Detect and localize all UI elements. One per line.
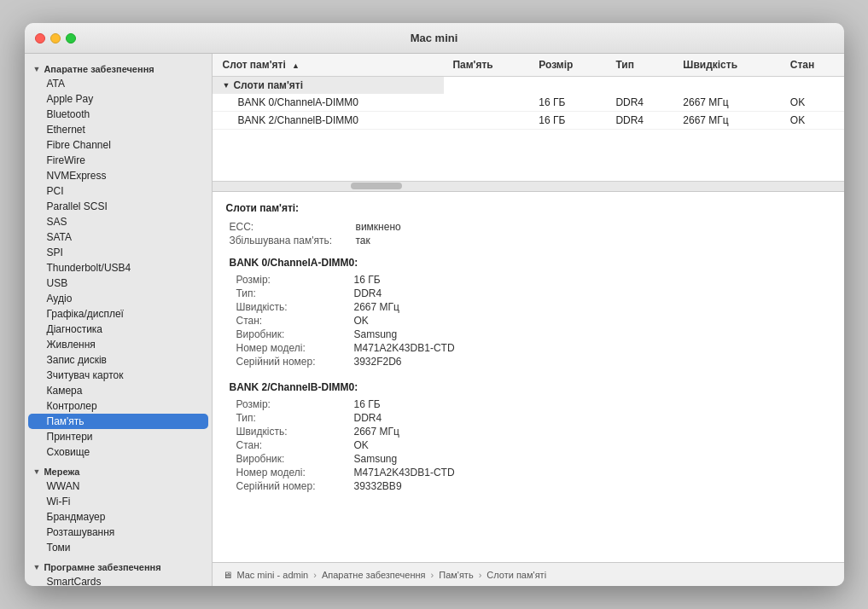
detail-meta: ECC: вимкнено Збільшувана пам'ять: так	[226, 221, 830, 246]
bank0-state-row: Стан: OK	[236, 315, 830, 327]
bank0-model-value: M471A2K43DB1-CTD	[354, 342, 455, 354]
sidebar-item-tomi[interactable]: Томи	[28, 540, 208, 555]
bank0-section: BANK 0/ChannelA-DIMM0: Розмір: 16 ГБ Тип…	[226, 257, 830, 368]
sidebar-item-bluetooth[interactable]: Bluetooth	[28, 107, 208, 122]
horizontal-thumb[interactable]	[351, 183, 402, 189]
sidebar-item-nvmexpress[interactable]: NVMExpress	[28, 168, 208, 183]
cell-memory-1	[444, 112, 530, 130]
status-bar: 🖥 Mac mini - admin › Апаратне забезпечен…	[213, 562, 844, 586]
bank0-type-label: Тип:	[236, 287, 347, 299]
bank2-size-label: Розмір:	[236, 398, 347, 410]
col-type: Тип	[607, 54, 674, 77]
col-slot: Слот пам'яті ▲	[213, 54, 445, 77]
sidebar-item-graphics[interactable]: Графіка/дисплеї	[28, 306, 208, 322]
sidebar-item-disk-write[interactable]: Запис дисків	[28, 352, 208, 368]
table-section-row: ▼ Слоти пам'яті	[213, 77, 844, 95]
bank0-type-value: DDR4	[354, 287, 382, 299]
cell-speed-0: 2667 МГц	[674, 94, 781, 112]
expandable-value: так	[356, 235, 370, 246]
breadcrumb-sep-1: ›	[313, 570, 317, 580]
minimize-button[interactable]	[50, 33, 61, 44]
expandable-row: Збільшувана пам'ять: так	[230, 235, 830, 246]
bank2-model-row: Номер моделі: M471A2K43DB1-CTD	[236, 467, 830, 478]
bank2-title: BANK 2/ChannelB-DIMM0:	[226, 381, 830, 393]
hardware-arrow-icon: ▼	[33, 65, 41, 73]
sidebar-item-wifi[interactable]: Wi-Fi	[28, 494, 208, 509]
sidebar-item-audio[interactable]: Аудіо	[28, 291, 208, 306]
bank0-model-row: Номер моделі: M471A2K43DB1-CTD	[236, 342, 830, 354]
ecc-value: вимкнено	[356, 221, 401, 233]
sidebar-item-parallel-scsi[interactable]: Parallel SCSI	[28, 199, 208, 214]
detail-title: Слоти пам'яті:	[226, 202, 830, 214]
bank2-state-row: Стан: OK	[236, 439, 830, 451]
sidebar-item-smartcards[interactable]: SmartCards	[28, 574, 208, 586]
status-icon: 🖥	[223, 570, 232, 580]
bank2-type-row: Тип: DDR4	[236, 412, 830, 424]
software-arrow-icon: ▼	[33, 563, 41, 571]
sidebar-item-camera[interactable]: Камера	[28, 383, 208, 398]
table-empty-row2	[213, 147, 844, 164]
bank0-speed-value: 2667 МГц	[354, 301, 399, 313]
sidebar-item-locations[interactable]: Розташування	[28, 525, 208, 540]
bank2-serial-label: Серійний номер:	[236, 480, 347, 492]
bank2-speed-row: Швидкість: 2667 МГц	[236, 426, 830, 438]
table-area: Слот пам'яті ▲ Пам'ять Розмір Тип Швидкі…	[213, 54, 844, 192]
bank2-model-value: M471A2K43DB1-CTD	[354, 467, 455, 478]
bank2-details: Розмір: 16 ГБ Тип: DDR4 Швидкість: 2667 …	[226, 398, 830, 492]
sidebar-item-fibre-channel[interactable]: Fibre Channel	[28, 137, 208, 153]
close-button[interactable]	[35, 33, 45, 44]
sidebar-item-ethernet[interactable]: Ethernet	[28, 122, 208, 137]
table-row-bank2[interactable]: BANK 2/ChannelB-DIMM0 16 ГБ DDR4 2667 МГ…	[213, 112, 844, 130]
bank2-size-row: Розмір: 16 ГБ	[236, 398, 830, 410]
sidebar-item-memory[interactable]: Пам'ять	[28, 414, 208, 429]
sidebar-item-usb[interactable]: USB	[28, 276, 208, 291]
table-empty-row3	[213, 164, 844, 181]
bank0-state-value: OK	[354, 315, 369, 327]
horizontal-scrollbar[interactable]	[213, 181, 844, 191]
expandable-label: Збільшувана пам'ять:	[230, 235, 349, 246]
bank0-serial-value: 3932F2D6	[354, 356, 402, 368]
sidebar-item-storage[interactable]: Сховище	[28, 444, 208, 460]
bank2-manufacturer-label: Виробник:	[236, 453, 347, 465]
bank2-serial-row: Серійний номер: 39332BB9	[236, 480, 830, 492]
breadcrumb-part-4: Слоти пам'яті	[486, 570, 546, 580]
cell-state-1: OK	[782, 112, 844, 130]
table-header-row: Слот пам'яті ▲ Пам'ять Розмір Тип Швидкі…	[213, 54, 844, 77]
sidebar-item-wwan[interactable]: WWAN	[28, 478, 208, 494]
table-empty-row1	[213, 130, 844, 147]
bank0-manufacturer-value: Samsung	[354, 328, 398, 340]
bank0-details: Розмір: 16 ГБ Тип: DDR4 Швидкість: 2667 …	[226, 274, 830, 368]
sidebar-item-printers[interactable]: Принтери	[28, 429, 208, 444]
sidebar-section-hardware: ▼ Апаратне забезпечення	[25, 61, 212, 76]
sidebar-item-ata[interactable]: ATA	[28, 76, 208, 91]
sidebar-section-software: ▼ Програмне забезпечення	[25, 559, 212, 574]
sidebar-item-power[interactable]: Живлення	[28, 337, 208, 352]
table-row-bank0[interactable]: BANK 0/ChannelA-DIMM0 16 ГБ DDR4 2667 МГ…	[213, 94, 844, 112]
sidebar-item-thunderbolt[interactable]: Thunderbolt/USB4	[28, 260, 208, 276]
maximize-button[interactable]	[66, 33, 76, 44]
sidebar-item-card-reader[interactable]: Зчитувач карток	[28, 368, 208, 383]
sidebar-item-pci[interactable]: PCI	[28, 183, 208, 199]
sidebar-item-sas[interactable]: SAS	[28, 214, 208, 229]
sidebar-item-apple-pay[interactable]: Apple Pay	[28, 91, 208, 107]
cell-size-1: 16 ГБ	[530, 112, 607, 130]
sidebar-item-spi[interactable]: SPI	[28, 245, 208, 260]
sidebar-item-sata[interactable]: SATA	[28, 229, 208, 245]
breadcrumb-part-2: Апаратне забезпечення	[322, 570, 426, 580]
section-arrow-icon: ▼	[223, 81, 230, 90]
bank2-state-value: OK	[354, 439, 369, 451]
sidebar-item-diagnostics[interactable]: Діагностика	[28, 322, 208, 337]
ecc-row: ECC: вимкнено	[230, 221, 830, 233]
bank0-serial-label: Серійний номер:	[236, 356, 347, 368]
bank2-size-value: 16 ГБ	[354, 398, 381, 410]
memory-table: Слот пам'яті ▲ Пам'ять Розмір Тип Швидкі…	[213, 54, 844, 181]
sidebar-item-firewall[interactable]: Брандмауер	[28, 509, 208, 525]
sidebar-item-firewire[interactable]: FireWire	[28, 153, 208, 168]
bank0-size-label: Розмір:	[236, 274, 347, 286]
bank2-type-value: DDR4	[354, 412, 382, 424]
bank0-title: BANK 0/ChannelA-DIMM0:	[226, 257, 830, 269]
cell-type-0: DDR4	[607, 94, 674, 112]
sidebar-item-controller[interactable]: Контролер	[28, 398, 208, 414]
bank0-size-value: 16 ГБ	[354, 274, 381, 286]
memory-table-scroll[interactable]: Слот пам'яті ▲ Пам'ять Розмір Тип Швидкі…	[213, 54, 844, 181]
